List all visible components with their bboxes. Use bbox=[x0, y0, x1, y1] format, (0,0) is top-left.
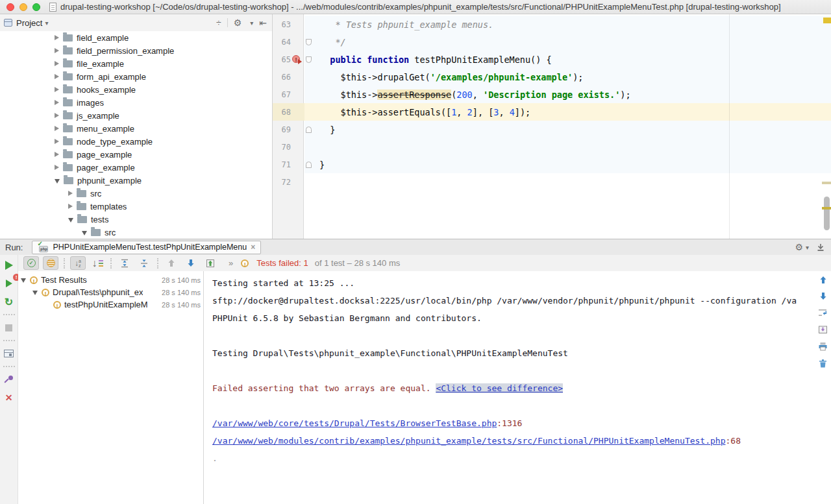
gutter-icon-slot[interactable] bbox=[291, 72, 303, 82]
chevron-expanded-icon[interactable] bbox=[68, 218, 73, 222]
code-line[interactable]: 68 $this->assertEquals([1, 2], [3, 4]); bbox=[273, 103, 831, 121]
restore-layout-button[interactable] bbox=[3, 346, 16, 361]
project-tree-item[interactable]: file_example bbox=[0, 57, 272, 70]
clear-console-icon[interactable] bbox=[819, 359, 827, 368]
console-link[interactable]: <Click to see difference> bbox=[436, 383, 563, 393]
editor-scrollbar[interactable] bbox=[824, 197, 830, 230]
chevron-collapsed-icon[interactable] bbox=[55, 48, 59, 53]
project-tree-item[interactable]: templates bbox=[0, 200, 272, 213]
console-link[interactable]: /var/www/web/core/tests/Drupal/Tests/Bro… bbox=[212, 418, 497, 428]
close-icon[interactable]: × bbox=[251, 243, 255, 252]
gutter-icon-slot[interactable]: ! bbox=[291, 54, 303, 65]
window-minimize-button[interactable] bbox=[19, 3, 27, 11]
gear-icon[interactable]: ⚙ bbox=[234, 18, 242, 27]
collapse-all-button[interactable] bbox=[136, 256, 152, 270]
hide-panel-icon[interactable]: ⇤ bbox=[259, 18, 267, 27]
fold-marker-icon[interactable] bbox=[306, 39, 312, 45]
run-tab[interactable]: ✓ php PHPUnitExampleMenuTest.testPhpUnit… bbox=[32, 241, 261, 254]
line-number[interactable]: 65 bbox=[273, 55, 291, 64]
project-tree-item[interactable]: node_type_example bbox=[0, 135, 272, 148]
code-line[interactable]: 70 bbox=[273, 138, 831, 156]
chevron-down-icon[interactable]: ▾ bbox=[45, 19, 48, 27]
gear-icon[interactable]: ⚙ bbox=[795, 243, 803, 252]
code-line[interactable]: 67 $this->assertResponse(200, 'Descripti… bbox=[273, 86, 831, 103]
test-result-row[interactable]: !testPhpUnitExampleM28 s 140 ms bbox=[18, 298, 203, 311]
gutter-icon-slot[interactable] bbox=[291, 177, 303, 187]
sort-by-duration-button[interactable]: ↓ bbox=[90, 256, 105, 270]
show-ignored-button[interactable] bbox=[43, 256, 58, 270]
more-icon[interactable]: » bbox=[229, 258, 233, 268]
chevron-collapsed-icon[interactable] bbox=[55, 100, 59, 105]
expand-all-button[interactable] bbox=[117, 256, 132, 270]
print-icon[interactable] bbox=[818, 342, 828, 351]
gutter-icon-slot[interactable] bbox=[291, 107, 303, 117]
code-line[interactable]: 66 $this->drupalGet('/examples/phpunit-e… bbox=[273, 68, 831, 86]
line-number[interactable]: 64 bbox=[273, 38, 291, 47]
console-link[interactable]: /var/www/web/modules/contrib/examples/ph… bbox=[212, 436, 726, 446]
project-tree-item[interactable]: page_example bbox=[0, 148, 272, 161]
project-tree-item[interactable]: images bbox=[0, 96, 272, 109]
rerun-failed-tests-button[interactable]: ! bbox=[3, 276, 16, 291]
code-line[interactable]: 71} bbox=[273, 156, 831, 173]
chevron-expanded-icon[interactable] bbox=[32, 291, 38, 295]
fold-marker-slot[interactable] bbox=[303, 39, 314, 45]
project-tree-item[interactable]: field_example bbox=[0, 31, 272, 44]
down-stack-trace-button[interactable] bbox=[819, 292, 827, 300]
project-tree-item[interactable]: hooks_example bbox=[0, 83, 272, 96]
hide-tool-window-icon[interactable] bbox=[817, 243, 825, 252]
chevron-collapsed-icon[interactable] bbox=[55, 61, 59, 66]
export-test-results-button[interactable] bbox=[203, 256, 218, 270]
project-tree-item[interactable]: form_api_example bbox=[0, 70, 272, 83]
code-line[interactable]: 65! public function testPhpUnitExampleMe… bbox=[273, 51, 831, 68]
line-number[interactable]: 67 bbox=[273, 90, 291, 99]
code-line[interactable]: 64 */ bbox=[273, 33, 831, 51]
chevron-collapsed-icon[interactable] bbox=[55, 113, 59, 118]
project-tree-item[interactable]: field_permission_example bbox=[0, 44, 272, 57]
sort-alphabetically-button[interactable]: ↓ az bbox=[70, 256, 86, 270]
chevron-collapsed-icon[interactable] bbox=[68, 191, 73, 196]
chevron-expanded-icon[interactable] bbox=[82, 231, 87, 235]
project-tree-item[interactable]: menu_example bbox=[0, 122, 272, 135]
scroll-to-end-button[interactable] bbox=[818, 325, 828, 334]
failed-test-gutter-icon[interactable]: ! bbox=[292, 55, 300, 63]
show-passed-button[interactable]: ✓ bbox=[23, 256, 39, 270]
line-number[interactable]: 69 bbox=[273, 125, 291, 134]
chevron-collapsed-icon[interactable] bbox=[68, 204, 73, 209]
fold-marker-icon[interactable] bbox=[306, 126, 312, 133]
test-result-row[interactable]: !Test Results28 s 140 ms bbox=[18, 274, 203, 286]
fold-marker-slot[interactable] bbox=[303, 126, 314, 133]
error-stripe-mark[interactable] bbox=[822, 207, 831, 210]
project-tree-item[interactable]: src bbox=[0, 187, 272, 200]
code-line[interactable]: 69 } bbox=[273, 121, 831, 138]
chevron-collapsed-icon[interactable] bbox=[55, 139, 59, 144]
fold-marker-icon[interactable] bbox=[306, 162, 312, 168]
line-number[interactable]: 66 bbox=[273, 73, 291, 82]
chevron-collapsed-icon[interactable] bbox=[55, 165, 59, 170]
chevron-expanded-icon[interactable] bbox=[55, 179, 60, 184]
chevron-collapsed-icon[interactable] bbox=[55, 35, 59, 40]
code-editor[interactable]: 63 * Tests phpunit_example menus.64 */65… bbox=[273, 14, 831, 239]
gutter-icon-slot[interactable] bbox=[291, 125, 303, 135]
up-stack-trace-button[interactable] bbox=[819, 276, 827, 284]
gutter-icon-slot[interactable] bbox=[291, 37, 303, 47]
line-number[interactable]: 72 bbox=[273, 178, 291, 187]
project-tree-item[interactable]: phpunit_example bbox=[0, 174, 272, 187]
line-number[interactable]: 71 bbox=[273, 160, 291, 169]
code-line[interactable]: 72 bbox=[273, 173, 831, 191]
chevron-collapsed-icon[interactable] bbox=[55, 152, 59, 157]
test-result-row[interactable]: !Drupal\Tests\phpunit_ex28 s 140 ms bbox=[18, 286, 203, 298]
error-stripe-mark[interactable] bbox=[822, 182, 831, 184]
project-tree-item[interactable]: tests bbox=[0, 213, 272, 226]
line-number[interactable]: 63 bbox=[273, 20, 291, 29]
line-number[interactable]: 70 bbox=[273, 143, 291, 152]
test-console-output[interactable]: Testing started at 13:25 ...sftp://docke… bbox=[205, 271, 831, 504]
window-close-button[interactable] bbox=[6, 3, 14, 11]
chevron-collapsed-icon[interactable] bbox=[55, 87, 59, 92]
chevron-collapsed-icon[interactable] bbox=[55, 74, 59, 79]
toggle-auto-test-button[interactable]: ↻ bbox=[3, 294, 16, 309]
next-failed-test-button[interactable] bbox=[183, 256, 199, 270]
chevron-collapsed-icon[interactable] bbox=[55, 126, 59, 131]
gutter-icon-slot[interactable] bbox=[291, 19, 303, 30]
project-tree-item[interactable]: pager_example bbox=[0, 161, 272, 174]
close-tool-window-button[interactable]: ✕ bbox=[3, 390, 16, 405]
